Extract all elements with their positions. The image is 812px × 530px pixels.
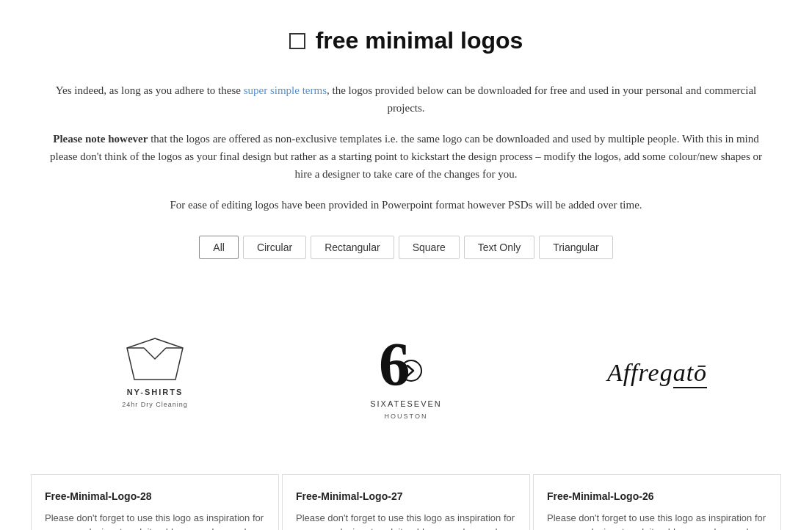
- card-28-title: Free-Minimal-Logo-28: [45, 488, 265, 504]
- logo-preview-26: Affregatō: [532, 296, 783, 451]
- filter-circular[interactable]: Circular: [243, 236, 306, 259]
- title-row: free minimal logos: [29, 22, 783, 59]
- sixateseven-logo: 6 SixAteSeven HOUSTON: [370, 325, 442, 421]
- sixateseven-svg: 6: [373, 325, 439, 391]
- logo-card-28: Free-Minimal-Logo-28 Please don't forget…: [31, 474, 279, 530]
- logo-cards-grid: Free-Minimal-Logo-28 Please don't forget…: [29, 473, 783, 530]
- logo-preview-27: 6 SixAteSeven HOUSTON: [280, 296, 532, 451]
- card-26-desc: Please don't forget to use this logo as …: [547, 511, 767, 530]
- card-28-desc: Please don't forget to use this logo as …: [45, 511, 265, 530]
- intro-after-link: , the logos provided below can be downlo…: [327, 84, 756, 114]
- note-rest: that the logos are offered as non-exclus…: [50, 133, 762, 180]
- nyshirts-brand-name: NY-SHIRTS: [122, 386, 188, 399]
- page-header: free minimal logos: [29, 22, 783, 59]
- filter-square[interactable]: Square: [399, 236, 460, 259]
- intro-paragraph: Yes indeed, as long as you adhere to the…: [46, 81, 766, 117]
- card-26-title: Free-Minimal-Logo-26: [547, 488, 767, 504]
- card-27-desc: Please don't forget to use this logo as …: [296, 511, 516, 530]
- filter-triangular[interactable]: Triangular: [539, 236, 613, 259]
- affregato-logo: Affregatō: [607, 353, 707, 393]
- nyshirts-logo: NY-SHIRTS 24hr Dry Cleaning: [122, 337, 188, 410]
- logos-preview-grid: NY-SHIRTS 24hr Dry Cleaning 6 SixAteSeve…: [29, 296, 783, 451]
- note-bold: Please note however: [53, 133, 148, 145]
- intro-before-link: Yes indeed, as long as you adhere to the…: [56, 84, 244, 96]
- logo-card-27: Free-Minimal-Logo-27 Please don't forget…: [282, 474, 530, 530]
- square-icon: [289, 33, 305, 49]
- svg-text:6: 6: [379, 330, 410, 391]
- logo-preview-28: NY-SHIRTS 24hr Dry Cleaning: [29, 296, 280, 451]
- nyshirts-svg: [126, 337, 184, 381]
- page-title: free minimal logos: [316, 22, 523, 59]
- affregato-ato: atō: [673, 359, 707, 388]
- filter-all[interactable]: All: [199, 236, 239, 259]
- filter-text-only[interactable]: Text Only: [464, 236, 534, 259]
- logo-card-26: Free-Minimal-Logo-26 Please don't forget…: [533, 474, 781, 530]
- ease-paragraph: For ease of editing logos have been prov…: [46, 196, 766, 214]
- sixateseven-brand-name: SixAteSeven: [370, 398, 442, 411]
- nyshirts-subtitle: 24hr Dry Cleaning: [122, 399, 188, 410]
- note-paragraph: Please note however that the logos are o…: [46, 130, 766, 183]
- page-wrapper: free minimal logos Yes indeed, as long a…: [0, 0, 812, 530]
- sixateseven-city: HOUSTON: [370, 411, 442, 421]
- card-27-title: Free-Minimal-Logo-27: [296, 488, 516, 504]
- simple-terms-link[interactable]: super simple terms: [244, 84, 327, 96]
- filter-bar: All Circular Rectangular Square Text Onl…: [29, 236, 783, 259]
- filter-rectangular[interactable]: Rectangular: [311, 236, 394, 259]
